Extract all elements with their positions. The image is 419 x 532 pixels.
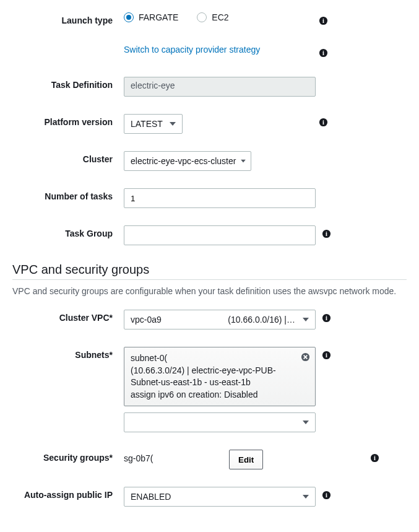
svg-text:i: i xyxy=(326,315,327,321)
launch-type-ec2[interactable]: EC2 xyxy=(197,12,228,22)
caret-down-icon xyxy=(303,421,309,424)
svg-text:i: i xyxy=(326,352,327,359)
svg-text:i: i xyxy=(322,119,324,126)
subnet-ipv6: assign ipv6 on creation: Disabled xyxy=(131,389,296,401)
auto-assign-public-ip-value: ENABLED xyxy=(131,492,171,502)
launch-type-ec2-label: EC2 xyxy=(212,12,228,22)
info-icon[interactable]: i xyxy=(319,16,328,27)
vpc-section-desc: VPC and security groups are configurable… xyxy=(12,286,407,296)
edit-security-groups-button[interactable]: Edit xyxy=(229,450,263,469)
cluster-label: Cluster xyxy=(12,151,124,164)
svg-text:i: i xyxy=(326,492,327,499)
info-icon[interactable]: i xyxy=(322,313,331,325)
divider xyxy=(12,279,407,280)
switch-capacity-link[interactable]: Switch to capacity provider strategy xyxy=(124,45,260,55)
info-icon[interactable]: i xyxy=(319,118,328,129)
remove-subnet-icon[interactable] xyxy=(301,352,310,365)
info-icon[interactable]: i xyxy=(322,351,331,362)
number-of-tasks-input[interactable] xyxy=(124,188,316,208)
auto-assign-public-ip-label: Auto-assign public IP xyxy=(12,487,124,500)
launch-type-fargate-label: FARGATE xyxy=(139,12,178,22)
caret-down-icon xyxy=(303,318,309,321)
cluster-vpc-id: vpc-0a9 xyxy=(131,315,162,325)
radio-icon xyxy=(124,12,134,22)
caret-down-icon xyxy=(241,160,246,163)
svg-text:i: i xyxy=(322,17,324,24)
caret-down-icon xyxy=(170,122,176,126)
vpc-section-title: VPC and security groups xyxy=(12,263,407,277)
auto-assign-public-ip-select[interactable]: ENABLED xyxy=(124,487,316,507)
platform-version-value: LATEST xyxy=(131,119,163,129)
platform-version-label: Platform version xyxy=(12,114,124,127)
security-group-value: sg-0b7( xyxy=(124,450,223,463)
security-groups-label: Security groups* xyxy=(12,450,124,463)
svg-text:i: i xyxy=(374,455,376,462)
task-definition-input: electric-eye xyxy=(124,77,316,97)
cluster-value: electric-eye-vpc-ecs-cluster xyxy=(131,156,236,166)
info-icon[interactable]: i xyxy=(370,453,379,464)
subnet-select[interactable] xyxy=(124,412,316,432)
subnet-chip: subnet-0( (10.66.3.0/24) | electric-eye-… xyxy=(124,347,316,406)
svg-text:i: i xyxy=(322,50,324,56)
task-group-input[interactable] xyxy=(124,225,316,245)
info-icon[interactable]: i xyxy=(319,48,328,59)
info-icon[interactable]: i xyxy=(322,491,331,502)
subnet-id: subnet-0( xyxy=(131,352,296,365)
cluster-select[interactable]: electric-eye-vpc-ecs-cluster xyxy=(124,151,251,171)
subnet-desc: (10.66.3.0/24) | electric-eye-vpc-PUB-Su… xyxy=(131,365,296,389)
subnets-label: Subnets* xyxy=(12,347,124,360)
task-definition-label: Task Definition xyxy=(12,77,124,90)
task-group-label: Task Group xyxy=(12,225,124,238)
radio-icon xyxy=(197,12,207,22)
cluster-vpc-label: Cluster VPC* xyxy=(12,310,124,323)
cluster-vpc-cidr: (10.66.0.0/16) |… xyxy=(228,315,295,325)
info-icon[interactable]: i xyxy=(322,229,331,240)
svg-text:i: i xyxy=(326,230,327,237)
caret-down-icon xyxy=(303,495,309,499)
platform-version-select[interactable]: LATEST xyxy=(124,114,183,134)
launch-type-fargate[interactable]: FARGATE xyxy=(124,12,178,22)
launch-type-label: Launch type xyxy=(12,12,124,25)
number-of-tasks-label: Number of tasks xyxy=(12,188,124,201)
cluster-vpc-select[interactable]: vpc-0a9 (10.66.0.0/16) |… xyxy=(124,310,316,329)
